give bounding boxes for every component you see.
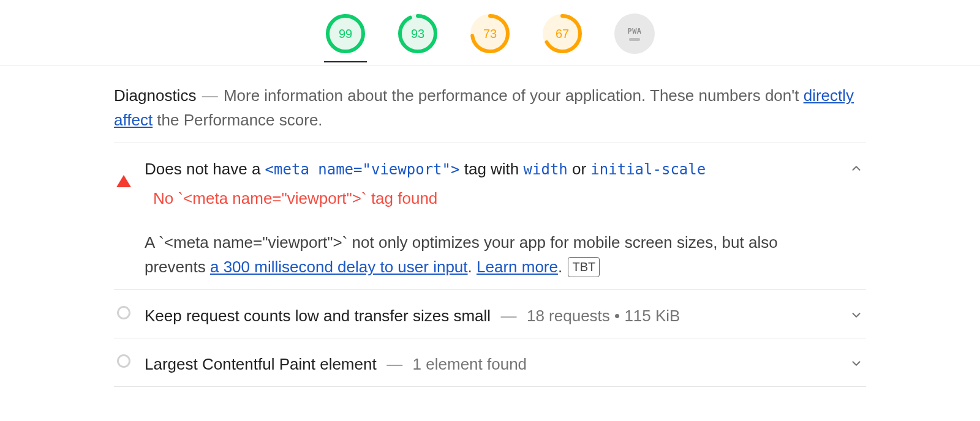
chevron-down-icon[interactable] xyxy=(846,304,866,322)
audit-summary: 1 element found xyxy=(413,355,527,373)
chevron-down-icon[interactable] xyxy=(846,352,866,370)
audit-error: No `<meta name="viewport">` tag found xyxy=(145,186,835,210)
audit-title: Does not have a <meta name="viewport"> t… xyxy=(145,157,835,181)
audit-body: Does not have a <meta name="viewport"> t… xyxy=(145,157,835,280)
code: <meta name="viewport"> xyxy=(265,161,460,178)
audit-summary: 18 requests • 115 KiB xyxy=(527,307,680,325)
gauge-performance[interactable]: 99 xyxy=(324,13,367,62)
chevron-up-icon[interactable] xyxy=(846,157,866,175)
tbt-badge: TBT xyxy=(568,257,600,277)
text: . xyxy=(468,258,477,276)
gauge-ring: 73 xyxy=(470,13,510,54)
text: or xyxy=(568,160,591,178)
fail-triangle-icon xyxy=(114,157,134,187)
gauge-score: 93 xyxy=(398,13,438,54)
neutral-circle-icon xyxy=(114,352,134,368)
code: initial-scale xyxy=(590,161,706,178)
pwa-dash-icon xyxy=(629,38,640,41)
gauge-ring: 67 xyxy=(542,13,582,54)
link-learn-more[interactable]: Learn more xyxy=(477,258,558,276)
audit-request-counts[interactable]: Keep request counts low and transfer siz… xyxy=(114,290,866,338)
diagnostics-header: Diagnostics — More information about the… xyxy=(114,83,866,143)
gauge-seo[interactable]: 67 xyxy=(541,13,584,54)
audit-description: A `<meta name="viewport">` not only opti… xyxy=(145,230,835,280)
audit-body: Largest Contentful Paint element — 1 ele… xyxy=(145,352,835,376)
pwa-label: PWA xyxy=(627,27,641,35)
dash-separator: — xyxy=(382,355,412,373)
audit-lcp-element[interactable]: Largest Contentful Paint element — 1 ele… xyxy=(114,338,866,387)
text: Does not have a xyxy=(145,160,265,178)
gauge-best-practices[interactable]: 73 xyxy=(469,13,511,54)
score-gauges-row: 99 93 73 67 PWA xyxy=(0,0,980,66)
audit-title: Largest Contentful Paint element xyxy=(145,355,377,373)
diagnostics-desc-suffix: the Performance score. xyxy=(157,111,322,129)
text: tag with xyxy=(459,160,523,178)
gauge-ring: 99 xyxy=(325,13,366,54)
audit-viewport-meta[interactable]: Does not have a <meta name="viewport"> t… xyxy=(114,143,866,290)
diagnostics-desc-prefix: More information about the performance o… xyxy=(224,86,804,105)
link-300ms[interactable]: a 300 millisecond delay to user input xyxy=(210,258,468,276)
dash-separator: — xyxy=(202,86,222,105)
pwa-badge: PWA xyxy=(614,13,655,54)
gauge-pwa[interactable]: PWA xyxy=(613,13,656,54)
gauge-accessibility[interactable]: 93 xyxy=(396,13,439,54)
gauge-score: 67 xyxy=(542,13,582,54)
audit-title: Keep request counts low and transfer siz… xyxy=(145,307,491,325)
report-body: Diagnostics — More information about the… xyxy=(104,66,876,387)
gauge-score: 99 xyxy=(325,13,366,54)
code: width xyxy=(524,161,568,178)
gauge-score: 73 xyxy=(470,13,510,54)
dash-separator: — xyxy=(496,307,526,325)
gauge-ring: 93 xyxy=(398,13,438,54)
diagnostics-title: Diagnostics xyxy=(114,86,196,105)
text: . xyxy=(558,258,567,276)
audit-body: Keep request counts low and transfer siz… xyxy=(145,304,835,328)
neutral-circle-icon xyxy=(114,304,134,319)
